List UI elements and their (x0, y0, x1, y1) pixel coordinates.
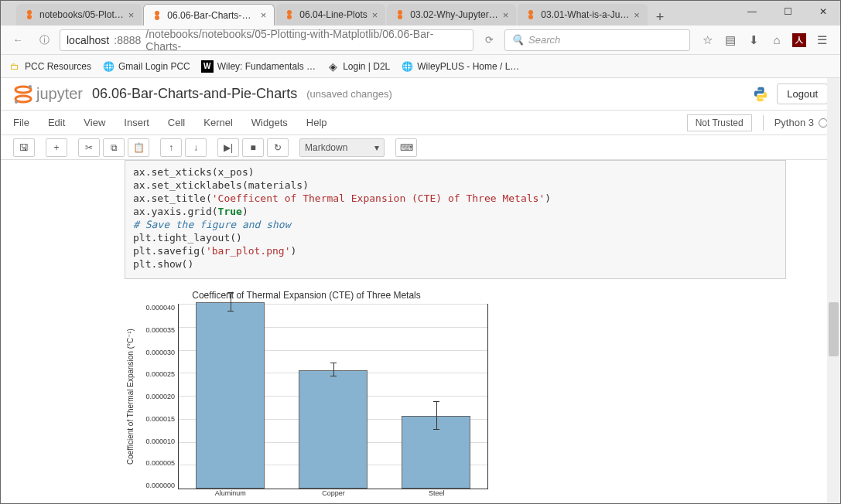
notebook-area: ax.set_xticks(x_pos) ax.set_xticklabels(… (1, 160, 840, 497)
jupyter-logo-text: jupyter (36, 85, 83, 103)
menu-view[interactable]: View (84, 117, 105, 128)
browser-tabstrip: notebooks/05-Plot… × 06.06-Bar-Charts-a…… (1, 1, 840, 26)
tab-label: 06.06-Bar-Charts-a… (167, 10, 255, 21)
tab-close-icon[interactable]: × (634, 9, 640, 21)
move-up-button[interactable]: ↑ (160, 138, 182, 157)
url-bar[interactable]: localhost:8888/notebooks/notebooks/05-Pl… (60, 29, 473, 51)
tab-close-icon[interactable]: × (261, 9, 267, 21)
run-button[interactable]: ▶| (217, 138, 239, 157)
menu-cell[interactable]: Cell (168, 117, 185, 128)
browser-tab[interactable]: 03.01-What-is-a-Ju… × (518, 4, 648, 26)
bookmark-item[interactable]: 🗀PCC Resources (9, 60, 91, 73)
menu-icon[interactable]: ☰ (814, 32, 829, 48)
bookmark-item[interactable]: ◈Login | D2L (326, 60, 390, 73)
info-icon[interactable]: ⓘ (33, 29, 55, 51)
svg-point-10 (15, 87, 31, 93)
chart-bar (299, 370, 368, 489)
tab-label: 03.01-What-is-a-Ju… (541, 9, 629, 20)
reload-button[interactable]: ⟳ (478, 29, 500, 51)
cut-button[interactable]: ✂ (78, 138, 100, 157)
tab-label: 06.04-Line-Plots (299, 9, 367, 20)
star-icon[interactable]: ☆ (699, 32, 715, 48)
paste-button[interactable]: 📋 (128, 138, 149, 157)
svg-point-6 (398, 10, 402, 15)
scrollbar-thumb[interactable] (829, 302, 839, 356)
tab-close-icon[interactable]: × (128, 9, 135, 21)
download-icon[interactable]: ⬇ (746, 32, 761, 48)
bookmark-item[interactable]: 🌐Gmail Login PCC (102, 60, 190, 73)
add-cell-button[interactable]: + (46, 138, 67, 157)
menu-help[interactable]: Help (306, 117, 327, 128)
svg-point-9 (528, 15, 533, 19)
bookmark-label: WileyPLUS - Home / L… (417, 61, 519, 72)
minimize-button[interactable]: — (734, 0, 770, 23)
command-palette-button[interactable]: ⌨ (395, 138, 417, 157)
logout-button[interactable]: Logout (777, 83, 828, 104)
code-cell[interactable]: ax.set_xticks(x_pos) ax.set_xticklabels(… (125, 160, 786, 279)
bookmark-label: Wiley: Fundamentals … (217, 61, 316, 72)
celltype-select[interactable]: Markdown▾ (299, 138, 385, 157)
pocket-icon[interactable]: ▤ (723, 32, 738, 48)
code-line: ax.set_title('Coefficent of Thermal Expa… (133, 192, 778, 205)
jupyter-favicon (152, 10, 162, 21)
code-line: ax.set_xticklabels(materials) (133, 179, 778, 192)
svg-point-5 (287, 15, 292, 19)
svg-point-0 (27, 10, 32, 15)
browser-tab[interactable]: notebooks/05-Plot… × (16, 4, 142, 26)
svg-point-3 (155, 15, 159, 20)
close-button[interactable]: ✕ (805, 0, 841, 23)
chart-ylabel: Coefficient of Thermal Expansion (°C⁻¹) (125, 304, 136, 489)
jupyter-header: jupyter 06.06-Bar-Charts-and-Pie-Charts … (1, 78, 840, 111)
stop-button[interactable]: ■ (242, 138, 264, 157)
url-port: :8888 (114, 34, 141, 46)
menu-file[interactable]: File (13, 117, 29, 128)
browser-tab-active[interactable]: 06.06-Bar-Charts-a… × (143, 4, 275, 26)
notebook-title[interactable]: 06.06-Bar-Charts-and-Pie-Charts (92, 86, 297, 102)
browser-tab[interactable]: 03.02-Why-Jupyter… × (387, 4, 516, 26)
bookmark-label: PCC Resources (25, 61, 91, 72)
bookmark-label: Login | D2L (343, 61, 390, 72)
search-icon: 🔍 (511, 34, 524, 46)
chart-title: Coefficent of Thermal Expansion (CTE) of… (125, 290, 488, 301)
scrollbar-track[interactable] (827, 78, 840, 503)
bookmark-item[interactable]: 🌐WileyPLUS - Home / L… (401, 60, 519, 73)
jupyter-logo[interactable]: jupyter (13, 83, 83, 105)
code-line: # Save the figure and show (133, 218, 778, 231)
chart-xaxis: AluminumCopperSteel (179, 489, 488, 497)
new-tab-button[interactable]: + (649, 9, 671, 26)
browser-tab[interactable]: 06.04-Line-Plots × (276, 4, 385, 26)
svg-point-13 (15, 100, 18, 104)
trusted-badge[interactable]: Not Trusted (687, 114, 752, 131)
svg-point-12 (29, 85, 32, 88)
kernel-label[interactable]: Python 3 (774, 117, 828, 128)
python-logo-icon (752, 86, 769, 103)
svg-point-7 (398, 15, 402, 19)
folder-icon: 🗀 (9, 60, 21, 73)
chart-bar (196, 302, 265, 489)
jupyter-toolbar: 🖫 + ✂ ⧉ 📋 ↑ ↓ ▶| ■ ↻ Markdown▾ ⌨ (1, 135, 840, 160)
page-content: jupyter 06.06-Bar-Charts-and-Pie-Charts … (1, 78, 840, 503)
search-box[interactable]: 🔍 Search (504, 29, 690, 51)
chevron-down-icon: ▾ (374, 142, 379, 153)
pdf-icon[interactable]: 人 (792, 33, 806, 47)
url-path: /notebooks/notebooks/05-Plotting-with-Ma… (145, 28, 467, 53)
menu-kernel[interactable]: Kernel (203, 117, 233, 128)
browser-navbar: ← ⓘ localhost:8888/notebooks/notebooks/0… (1, 26, 840, 55)
menu-widgets[interactable]: Widgets (251, 117, 288, 128)
home-icon[interactable]: ⌂ (769, 32, 785, 48)
menu-edit[interactable]: Edit (48, 117, 65, 128)
bookmark-label: Gmail Login PCC (118, 61, 190, 72)
menu-insert[interactable]: Insert (124, 117, 149, 128)
back-button[interactable]: ← (7, 29, 29, 51)
copy-button[interactable]: ⧉ (103, 138, 125, 157)
save-button[interactable]: 🖫 (13, 138, 35, 157)
maximize-button[interactable]: ☐ (770, 0, 805, 23)
tab-close-icon[interactable]: × (503, 9, 509, 21)
bookmark-item[interactable]: WWiley: Fundamentals … (201, 60, 316, 73)
d2l-icon: ◈ (326, 60, 339, 73)
chart-yaxis: 0.0000400.0000350.0000300.0000250.000020… (136, 304, 178, 489)
tab-close-icon[interactable]: × (372, 9, 378, 21)
move-down-button[interactable]: ↓ (185, 138, 207, 157)
restart-button[interactable]: ↻ (267, 138, 289, 157)
svg-point-11 (15, 96, 31, 102)
